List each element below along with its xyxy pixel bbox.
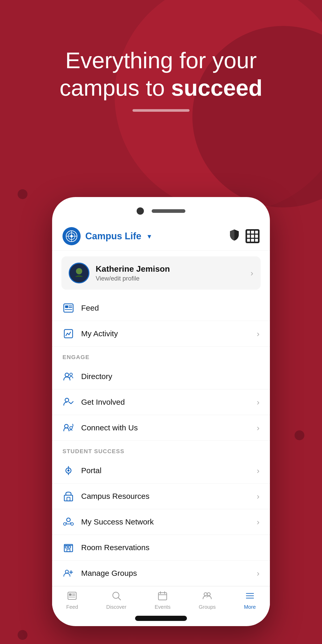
svg-point-19 xyxy=(70,426,72,429)
chevron-down-icon[interactable]: ▾ xyxy=(148,232,151,241)
svg-point-15 xyxy=(65,373,69,377)
svg-rect-26 xyxy=(67,497,70,501)
manage-groups-chevron-icon: › xyxy=(257,569,260,578)
svg-rect-34 xyxy=(65,546,67,548)
my-success-network-chevron-icon: › xyxy=(257,517,260,527)
svg-rect-25 xyxy=(64,495,73,501)
campus-resources-item-left: Campus Resources xyxy=(62,490,149,502)
svg-point-53 xyxy=(207,593,210,596)
profile-chevron-icon: › xyxy=(250,268,253,278)
manage-groups-item-left: Manage Groups xyxy=(62,567,137,579)
nav-groups-label: Groups xyxy=(199,604,216,610)
campus-resources-label: Campus Resources xyxy=(81,492,149,501)
bottom-nav: Feed Discover xyxy=(52,586,270,613)
svg-point-16 xyxy=(70,373,72,376)
directory-icon xyxy=(62,370,74,382)
directory-item-left: Directory xyxy=(62,370,112,382)
nav-discover-label: Discover xyxy=(106,604,127,610)
campus-resources-chevron-icon: › xyxy=(257,492,260,501)
my-activity-label: My Activity xyxy=(81,329,118,338)
nav-more-icon xyxy=(245,591,255,603)
app-content: Campus Life ▾ xyxy=(52,222,270,621)
nav-events[interactable]: Events xyxy=(155,591,171,610)
feed-menu-item[interactable]: Feed xyxy=(52,295,270,321)
hero-line1: Everything for your xyxy=(65,47,257,73)
profile-section[interactable]: Katherine Jemison View/edit profile › xyxy=(61,256,261,290)
portal-item-left: Portal xyxy=(62,465,101,477)
app-title: Campus Life xyxy=(85,231,141,242)
my-activity-item-left: My Activity xyxy=(62,328,118,340)
app-header-left: Campus Life ▾ xyxy=(62,227,151,245)
campus-resources-menu-item[interactable]: Campus Resources › xyxy=(52,484,270,509)
svg-point-23 xyxy=(67,470,69,472)
nav-groups[interactable]: Groups xyxy=(199,591,216,610)
room-reservations-menu-item[interactable]: Room Reservations xyxy=(52,535,270,561)
portal-menu-item[interactable]: Portal › xyxy=(52,458,270,484)
get-involved-menu-item[interactable]: Get Involved › xyxy=(52,389,270,415)
feed-icon xyxy=(62,302,74,314)
feed-label: Feed xyxy=(81,304,99,312)
directory-menu-item[interactable]: Directory xyxy=(52,364,270,389)
nav-more-label: More xyxy=(244,604,256,610)
phone-camera xyxy=(137,207,144,215)
bg-circle-right xyxy=(295,430,304,440)
connect-icon xyxy=(62,422,74,434)
svg-line-31 xyxy=(66,522,67,523)
svg-rect-41 xyxy=(68,592,76,599)
phone-topbar xyxy=(52,207,270,222)
svg-rect-35 xyxy=(68,546,71,548)
svg-rect-10 xyxy=(65,305,68,308)
my-success-network-menu-item[interactable]: My Success Network › xyxy=(52,509,270,535)
portal-label: Portal xyxy=(81,466,101,475)
my-activity-chevron-icon: › xyxy=(257,329,260,339)
nav-feed-icon xyxy=(67,591,77,603)
connect-with-us-item-left: Connect with Us xyxy=(62,422,138,434)
svg-line-47 xyxy=(118,598,121,600)
app-header-right xyxy=(229,229,260,243)
phone-home-bar xyxy=(135,616,187,621)
nav-discover[interactable]: Discover xyxy=(106,591,127,610)
connect-chevron-icon: › xyxy=(257,423,260,433)
hero-section: Everything for your campus to succeed xyxy=(0,47,322,112)
avatar xyxy=(69,263,89,283)
get-involved-item-left: Get Involved xyxy=(62,396,125,408)
connect-with-us-label: Connect with Us xyxy=(81,423,138,432)
nav-groups-icon xyxy=(202,591,212,603)
profile-left: Katherine Jemison View/edit profile xyxy=(69,263,170,283)
student-success-section-header: STUDENT SUCCESS xyxy=(52,441,270,458)
connect-with-us-menu-item[interactable]: Connect with Us › xyxy=(52,415,270,441)
nav-feed-label: Feed xyxy=(66,604,78,610)
get-involved-chevron-icon: › xyxy=(257,397,260,407)
my-activity-menu-item[interactable]: My Activity › xyxy=(52,321,270,347)
svg-rect-8 xyxy=(73,277,86,282)
svg-point-38 xyxy=(65,570,68,573)
app-logo xyxy=(62,227,81,245)
svg-point-6 xyxy=(76,268,82,274)
manage-groups-menu-item[interactable]: Manage Groups › xyxy=(52,561,270,586)
svg-point-27 xyxy=(67,518,70,522)
qr-icon[interactable] xyxy=(246,229,260,243)
my-success-network-label: My Success Network xyxy=(81,517,154,526)
svg-rect-48 xyxy=(158,593,167,600)
nav-feed[interactable]: Feed xyxy=(66,591,78,610)
svg-point-17 xyxy=(65,398,69,402)
get-involved-label: Get Involved xyxy=(81,398,125,407)
portal-chevron-icon: › xyxy=(257,466,260,475)
svg-rect-42 xyxy=(69,593,72,596)
nav-events-label: Events xyxy=(155,604,171,610)
profile-name: Katherine Jemison xyxy=(96,264,170,274)
bg-circle-left xyxy=(18,189,27,199)
phone-mockup: Campus Life ▾ xyxy=(52,197,270,626)
room-reservations-item-left: Room Reservations xyxy=(62,542,149,554)
my-success-network-item-left: My Success Network xyxy=(62,516,154,528)
nav-more[interactable]: More xyxy=(244,591,256,610)
shield-icon[interactable] xyxy=(229,229,240,243)
my-success-network-icon xyxy=(62,516,74,528)
nav-discover-icon xyxy=(112,591,121,603)
manage-groups-label: Manage Groups xyxy=(81,569,137,578)
engage-section-header: ENGAGE xyxy=(52,347,270,364)
directory-label: Directory xyxy=(81,372,112,381)
nav-events-icon xyxy=(158,591,167,603)
profile-subtitle: View/edit profile xyxy=(96,275,170,282)
profile-info: Katherine Jemison View/edit profile xyxy=(96,264,170,282)
